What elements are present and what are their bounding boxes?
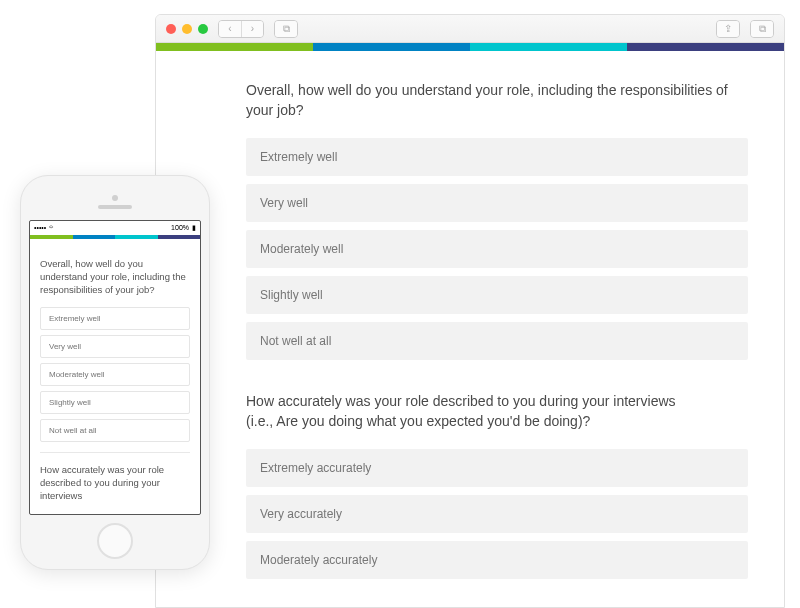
phone-top — [29, 184, 201, 220]
tabs-icon: ⧉ — [751, 21, 773, 37]
sidebar-icon: ⧉ — [275, 21, 297, 37]
back-button[interactable]: ‹ — [219, 21, 241, 37]
battery-icon: ▮ — [192, 224, 196, 232]
battery-pct: 100% — [171, 224, 189, 231]
phone-q1-option[interactable]: Extremely well — [40, 307, 190, 330]
q1-option[interactable]: Very well — [246, 184, 748, 222]
browser-window: ‹ › ⧉ ⇪ ⧉ Overall, how well do you under… — [155, 14, 785, 608]
carrier-dots: ••••• — [34, 224, 46, 231]
color-bar — [156, 43, 784, 51]
browser-body: Overall, how well do you understand your… — [156, 51, 784, 597]
q2-option[interactable]: Very accurately — [246, 495, 748, 533]
q2-option[interactable]: Moderately accurately — [246, 541, 748, 579]
phone-q1-option[interactable]: Very well — [40, 335, 190, 358]
phone-divider — [40, 452, 190, 453]
phone-q1-option[interactable]: Moderately well — [40, 363, 190, 386]
browser-toolbar: ‹ › ⧉ ⇪ ⧉ — [156, 15, 784, 43]
maximize-icon[interactable] — [198, 24, 208, 34]
phone-home-button[interactable] — [97, 523, 133, 559]
phone-screen: ••••• ⌔ 100% ▮ Overall, how well do you … — [29, 220, 201, 515]
q1-option[interactable]: Extremely well — [246, 138, 748, 176]
phone-camera-icon — [112, 195, 118, 201]
phone-body: Overall, how well do you understand your… — [30, 239, 200, 514]
phone-speaker-icon — [98, 205, 132, 209]
phone-q1-option[interactable]: Slightly well — [40, 391, 190, 414]
close-icon[interactable] — [166, 24, 176, 34]
forward-button[interactable]: › — [241, 21, 263, 37]
minimize-icon[interactable] — [182, 24, 192, 34]
window-controls — [166, 24, 208, 34]
tabs-button[interactable]: ⧉ — [750, 20, 774, 38]
share-button[interactable]: ⇪ — [716, 20, 740, 38]
wifi-icon: ⌔ — [49, 224, 53, 231]
q1-option[interactable]: Not well at all — [246, 322, 748, 360]
sidebar-toggle[interactable]: ⧉ — [274, 20, 298, 38]
q2-title-line2: (i.e., Are you doing what you expected y… — [246, 413, 590, 429]
phone-q1-title: Overall, how well do you understand your… — [40, 257, 190, 297]
share-icon: ⇪ — [717, 21, 739, 37]
q1-option[interactable]: Moderately well — [246, 230, 748, 268]
phone-q2-title: How accurately was your role described t… — [40, 463, 190, 503]
phone-statusbar: ••••• ⌔ 100% ▮ — [30, 221, 200, 235]
nav-buttons: ‹ › — [218, 20, 264, 38]
phone-mockup: ••••• ⌔ 100% ▮ Overall, how well do you … — [20, 175, 210, 570]
q2-title-line1: How accurately was your role described t… — [246, 393, 676, 409]
phone-q1-option[interactable]: Not well at all — [40, 419, 190, 442]
q2-option[interactable]: Extremely accurately — [246, 449, 748, 487]
q2-title: How accurately was your role described t… — [246, 392, 748, 431]
q1-option[interactable]: Slightly well — [246, 276, 748, 314]
q1-title: Overall, how well do you understand your… — [246, 81, 748, 120]
